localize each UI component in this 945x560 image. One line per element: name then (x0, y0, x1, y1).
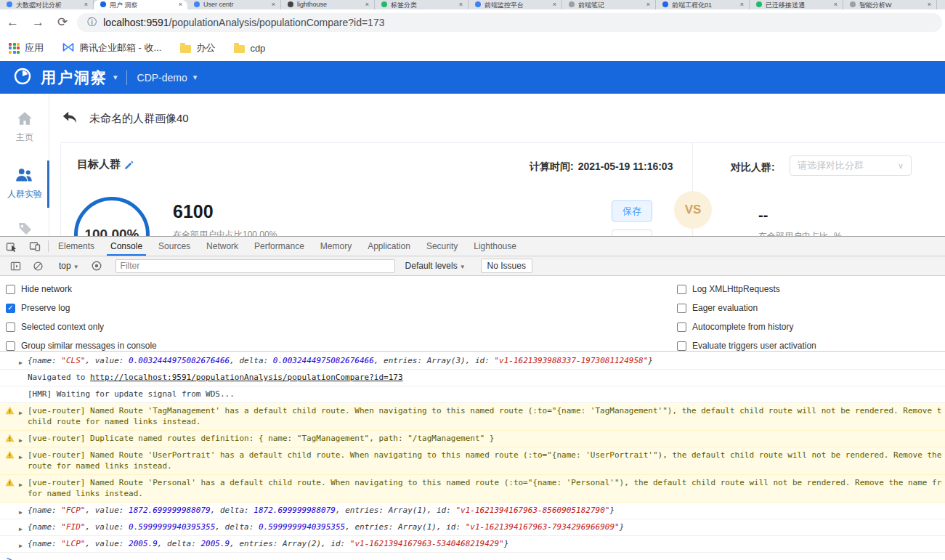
sidebar-item-人群实验[interactable]: 人群实验 (0, 166, 49, 200)
page-info-icon[interactable]: ⓘ (87, 16, 97, 29)
sidebar-item-tag[interactable] (0, 222, 49, 236)
project-caret-icon[interactable]: ▾ (193, 73, 198, 82)
expand-triangle-icon[interactable]: ▶ (19, 507, 23, 518)
browser-tab[interactable]: 前端工程化01× (656, 0, 750, 9)
console-setting[interactable]: Autocomplete from history (677, 317, 816, 336)
console-text: {name: (28, 522, 61, 532)
tab-close-icon[interactable]: × (646, 1, 650, 8)
forward-icon[interactable]: → (32, 15, 44, 30)
no-issues-button[interactable]: No Issues (481, 259, 532, 273)
inspect-element-icon[interactable] (0, 237, 23, 256)
checkbox-unchecked[interactable] (6, 341, 15, 351)
tab-close-icon[interactable]: × (834, 1, 837, 8)
tab-favicon-icon (100, 1, 106, 7)
live-expression-eye-icon[interactable] (85, 260, 108, 272)
bookmark-item[interactable]: 应用 (9, 41, 44, 54)
expand-triangle-icon[interactable]: ▶ (19, 452, 23, 463)
console-setting[interactable]: ✓Preserve log (6, 299, 157, 317)
console-text: {name: (28, 356, 61, 365)
checkbox-unchecked[interactable] (6, 322, 15, 332)
console-sidebar-icon[interactable] (4, 261, 27, 272)
checkbox-unchecked[interactable] (677, 304, 686, 313)
console-setting[interactable]: Selected context only (6, 317, 157, 336)
browser-tab[interactable]: 标签分类× (375, 0, 469, 9)
clear-console-icon[interactable] (27, 261, 49, 272)
tab-close-icon[interactable]: × (179, 1, 182, 8)
address-bar[interactable]: ⓘ localhost:9591/populationAnalysis/popu… (77, 13, 942, 32)
app-header: 用户洞察 ▾ CDP-demo ▾ (0, 61, 945, 94)
console-setting[interactable]: Log XMLHttpRequests (677, 280, 816, 299)
app-title[interactable]: 用户洞察 (41, 68, 108, 88)
tab-title: 用户 洞察 (110, 1, 175, 9)
population-card: 目标人群 计算时间:2021-05-19 11:16:03 对比人群: 请选择对… (60, 142, 945, 236)
tab-close-icon[interactable]: × (928, 1, 931, 8)
tab-close-icon[interactable]: × (365, 1, 369, 8)
log-level-selector[interactable]: Default levels▼ (405, 261, 466, 271)
expand-triangle-icon[interactable]: ▶ (19, 357, 23, 368)
edit-pencil-icon[interactable] (123, 160, 134, 174)
apps-grid-icon[interactable] (9, 43, 20, 54)
console-log-row: [HMR] Waiting for update signal from WDS… (0, 386, 945, 403)
console-prompt[interactable]: > (0, 553, 945, 559)
console-link[interactable]: http://localhost:9591/populationAnalysis… (90, 373, 402, 382)
devtools-tab-elements[interactable]: Elements (50, 237, 102, 256)
select-chevron-icon: ∨ (898, 161, 904, 171)
devtools-tab-performance[interactable]: Performance (246, 237, 312, 256)
expand-triangle-icon[interactable]: ▶ (19, 407, 23, 418)
tab-close-icon[interactable]: × (84, 1, 88, 8)
checkbox-unchecked[interactable] (677, 341, 686, 351)
browser-tab[interactable]: 大数据对比分析× (0, 0, 94, 9)
console-setting[interactable]: Eager evaluation (677, 299, 816, 317)
checkbox-unchecked[interactable] (677, 322, 686, 332)
expand-triangle-icon[interactable]: ▶ (19, 479, 23, 490)
tab-close-icon[interactable]: × (459, 1, 463, 8)
browser-tab[interactable]: 已迁移接送通× (750, 0, 843, 9)
back-icon[interactable]: ← (7, 15, 19, 30)
devtools-tab-security[interactable]: Security (418, 237, 466, 256)
bookmark-item[interactable]: 腾讯企业邮箱 - 收... (62, 41, 161, 54)
devtools-tab-console[interactable]: Console (102, 237, 150, 256)
devtools-tab-lighthouse[interactable]: Lighthouse (466, 237, 524, 256)
app-title-caret-icon[interactable]: ▾ (113, 73, 118, 82)
checkbox-unchecked[interactable] (6, 285, 15, 294)
compare-count-placeholder: -- (758, 207, 768, 224)
reload-icon[interactable]: ⟳ (57, 15, 68, 30)
context-selector[interactable]: top▼ (59, 261, 79, 271)
back-arrow-icon[interactable] (62, 110, 78, 127)
expand-triangle-icon[interactable]: ▶ (19, 524, 23, 535)
device-toolbar-icon[interactable] (23, 237, 46, 256)
devtools-tab-network[interactable]: Network (198, 237, 246, 256)
tab-close-icon[interactable]: × (553, 1, 556, 8)
devtools-tab-memory[interactable]: Memory (312, 237, 360, 256)
bookmark-item[interactable]: cdp (234, 43, 265, 54)
sidebar-item-主页[interactable]: 主页 (0, 110, 49, 144)
bookmark-item[interactable]: 办公 (180, 41, 215, 54)
console-setting[interactable]: Hide network (6, 280, 157, 299)
tab-close-icon[interactable]: × (740, 1, 744, 8)
save-button[interactable]: 保存 (612, 200, 652, 222)
console-message-body: [vue-router] Duplicate named routes defi… (28, 433, 942, 444)
console-text: 0.0032444975082676466 (129, 356, 230, 365)
tab-title: User centr (203, 1, 268, 8)
project-selector[interactable]: CDP-demo (137, 72, 187, 84)
devtools-tab-application[interactable]: Application (360, 237, 418, 256)
console-text: , delta: (230, 356, 273, 365)
browser-tab[interactable]: 智能分析W× (843, 0, 937, 9)
browser-tab[interactable]: 前端笔记× (562, 0, 656, 9)
bookmark-label: 办公 (196, 41, 215, 54)
compare-group-select[interactable]: 请选择对比分群 ∨ (790, 155, 912, 176)
expand-triangle-icon[interactable]: ▶ (19, 435, 23, 446)
checkbox-unchecked[interactable] (677, 285, 686, 294)
filter-input[interactable] (115, 259, 395, 273)
browser-tab[interactable]: 前端监控平台× (469, 0, 562, 9)
devtools-tab-sources[interactable]: Sources (150, 237, 198, 256)
console-message-line: {name: "FCP", value: 1872.699999988079, … (28, 505, 942, 516)
console-text: [vue-router] Named Route 'UserPortrait' … (28, 450, 942, 460)
expand-triangle-icon[interactable]: ▶ (19, 540, 23, 551)
browser-tab[interactable]: User centr× (187, 0, 281, 9)
checkbox-checked[interactable]: ✓ (6, 304, 15, 313)
browser-tab[interactable]: lighthouse× (281, 0, 375, 9)
tab-close-icon[interactable]: × (272, 1, 275, 8)
secondary-button-partial[interactable] (612, 230, 652, 236)
browser-tab[interactable]: 用户 洞察× (94, 0, 187, 9)
